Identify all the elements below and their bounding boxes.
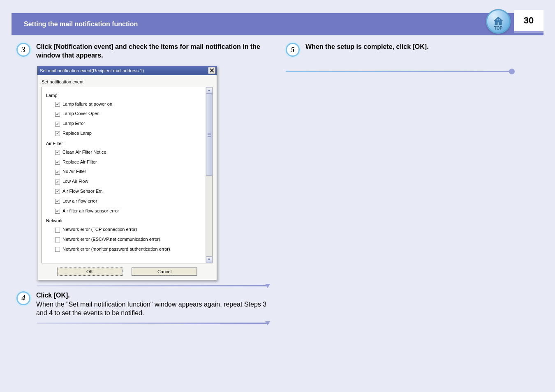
checkbox[interactable] bbox=[55, 160, 60, 165]
checkbox-row[interactable]: Low Air Flow bbox=[46, 177, 203, 187]
checkbox-label: No Air Filter bbox=[62, 168, 86, 176]
checkbox-label: Lamp Error bbox=[62, 120, 85, 128]
scroll-up-icon[interactable]: ▲ bbox=[206, 87, 212, 94]
step-4-head: Click [OK]. bbox=[36, 291, 269, 300]
checkbox[interactable] bbox=[55, 228, 60, 233]
dialog-title: Set mail notification event(Recipient ma… bbox=[40, 68, 144, 73]
checkbox[interactable] bbox=[55, 170, 60, 175]
page-number: 30 bbox=[524, 15, 534, 26]
checkbox-label: Air Flow Sensor Err. bbox=[62, 187, 103, 196]
checkbox[interactable] bbox=[55, 199, 60, 204]
notification-dialog: Set mail notification event(Recipient ma… bbox=[37, 66, 217, 280]
step-5-badge: 5 bbox=[286, 43, 300, 57]
checkbox[interactable] bbox=[55, 209, 60, 214]
svg-rect-0 bbox=[497, 19, 498, 21]
checkbox-label: Low air flow error bbox=[62, 197, 97, 205]
checkbox-label: Clean Air Filter Notice bbox=[62, 148, 106, 157]
checkbox-label: Lamp failure at power on bbox=[62, 100, 112, 108]
checkbox[interactable] bbox=[55, 247, 60, 252]
group-head: Network bbox=[46, 218, 203, 223]
dialog-titlebar: Set mail notification event(Recipient ma… bbox=[37, 66, 217, 75]
step-4-badge: 4 bbox=[16, 291, 30, 305]
checkbox[interactable] bbox=[55, 180, 60, 184]
checkbox-label: Replace Air Filter bbox=[62, 158, 97, 166]
svg-rect-1 bbox=[499, 19, 500, 21]
checkbox-label: Network error (monitor password authenti… bbox=[62, 245, 170, 254]
cancel-button[interactable]: Cancel bbox=[132, 267, 197, 276]
ok-button[interactable]: OK bbox=[57, 267, 123, 276]
top-button[interactable]: TOP bbox=[486, 9, 511, 34]
scroll-thumb[interactable] bbox=[206, 94, 212, 176]
step-4-row: 4 Click [OK]. When the "Set mail notific… bbox=[16, 291, 269, 318]
step-5-text: When the setup is complete, click [OK]. bbox=[305, 43, 429, 51]
checkbox-row[interactable]: Lamp failure at power on bbox=[46, 99, 203, 109]
step-5-row: 5 When the setup is complete, click [OK]… bbox=[286, 43, 539, 57]
dialog-list-area: LampLamp failure at power onLamp Cover O… bbox=[42, 87, 213, 263]
step-3-row: 3 Click [Notification event] and check t… bbox=[16, 43, 269, 60]
checkbox[interactable] bbox=[55, 131, 60, 136]
close-icon bbox=[210, 68, 214, 73]
right-column: 5 When the setup is complete, click [OK]… bbox=[286, 43, 539, 329]
step-3-text: Click [Notification event] and check the… bbox=[36, 43, 269, 60]
checkbox-row[interactable]: Replace Lamp bbox=[46, 129, 203, 138]
checkbox-row[interactable]: Clean Air Filter Notice bbox=[46, 148, 203, 157]
page-header: Setting the mail notification function T… bbox=[12, 13, 543, 35]
checkbox-row[interactable]: Lamp Cover Open bbox=[46, 109, 203, 119]
page-number-box: 30 bbox=[514, 10, 543, 33]
checkbox-row[interactable]: Air Flow Sensor Err. bbox=[46, 187, 203, 196]
left-column: 3 Click [Notification event] and check t… bbox=[16, 43, 269, 329]
separator-line bbox=[37, 285, 267, 286]
dialog-close-button[interactable] bbox=[208, 67, 215, 74]
checkbox-label: Replace Lamp bbox=[62, 129, 92, 138]
dialog-scrollbar[interactable]: ▲ ▼ bbox=[206, 87, 212, 263]
group-head: Lamp bbox=[46, 93, 203, 98]
checkbox-label: Network error (ESC/VP.net communication … bbox=[62, 235, 160, 244]
group-head: Air Filter bbox=[46, 141, 203, 146]
checkbox-label: Air filter air flow sensor error bbox=[62, 207, 119, 215]
separator-line-2 bbox=[37, 323, 267, 324]
page-title: Setting the mail notification function bbox=[24, 21, 138, 28]
checkbox[interactable] bbox=[55, 189, 60, 194]
checkbox-label: Network error (TCP connection error) bbox=[62, 226, 137, 234]
checkbox[interactable] bbox=[55, 122, 60, 127]
checkbox-row[interactable]: No Air Filter bbox=[46, 167, 203, 177]
step-4-desc: When the "Set mail notification function… bbox=[36, 300, 269, 318]
checkbox-row[interactable]: Low air flow error bbox=[46, 196, 203, 206]
checkbox-row[interactable]: Lamp Error bbox=[46, 119, 203, 129]
checkbox-label: Lamp Cover Open bbox=[62, 110, 99, 118]
checkbox-label: Low Air Flow bbox=[62, 178, 88, 186]
checkbox[interactable] bbox=[55, 238, 60, 242]
top-label: TOP bbox=[494, 26, 502, 30]
home-icon bbox=[493, 16, 504, 26]
checkbox-row[interactable]: Air filter air flow sensor error bbox=[46, 206, 203, 216]
scroll-down-icon[interactable]: ▼ bbox=[206, 256, 212, 263]
checkbox[interactable] bbox=[55, 102, 60, 107]
checkbox[interactable] bbox=[55, 112, 60, 117]
step-3-badge: 3 bbox=[16, 43, 30, 57]
checkbox-row[interactable]: Network error (monitor password authenti… bbox=[46, 244, 203, 254]
dialog-section-label: Set notification event bbox=[42, 79, 213, 84]
checkbox-row[interactable]: Network error (TCP connection error) bbox=[46, 225, 203, 235]
end-line bbox=[286, 71, 512, 72]
checkbox-row[interactable]: Network error (ESC/VP.net communication … bbox=[46, 235, 203, 244]
checkbox[interactable] bbox=[55, 150, 60, 155]
checkbox-row[interactable]: Replace Air Filter bbox=[46, 157, 203, 167]
